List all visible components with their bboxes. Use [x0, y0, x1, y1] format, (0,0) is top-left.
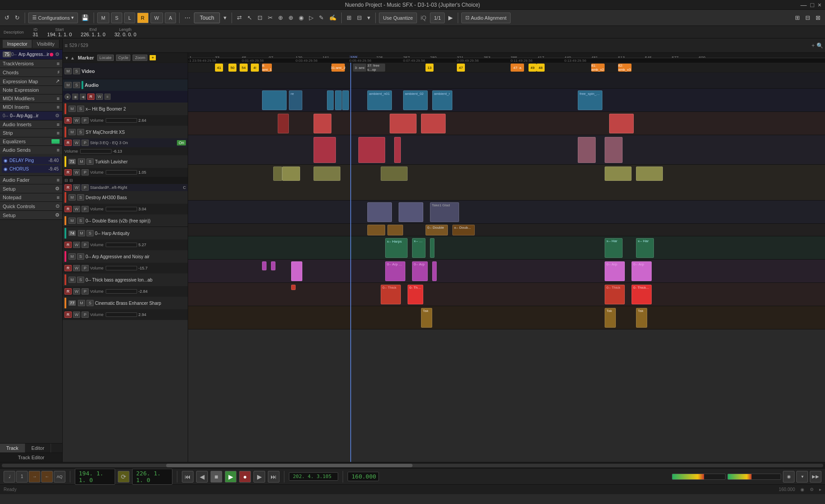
marker-clip-31[interactable]: 31:ami_2 [331, 64, 345, 72]
metronome-icon[interactable]: ♩ [4, 471, 15, 483]
arp-clip-1[interactable] [262, 261, 266, 270]
config-save-icon[interactable]: 💾 [80, 13, 90, 22]
hbb-s-btn[interactable]: S [77, 106, 84, 112]
sy-strip-on-btn[interactable]: On [177, 140, 186, 145]
audio-monitor-btn[interactable]: ◉ [72, 94, 78, 100]
expression-map-header[interactable]: Expression Map ↗ [0, 77, 62, 85]
mode-m-btn[interactable]: M [97, 13, 109, 23]
tl-w-btn[interactable]: W [73, 169, 80, 175]
audio-s-btn[interactable]: S [73, 82, 80, 88]
tl-clip-1[interactable] [273, 167, 282, 181]
play-tool-icon[interactable]: ▷ [307, 13, 315, 22]
add-track-btn[interactable]: + [812, 43, 815, 49]
sy-strip-w-btn[interactable]: W [73, 140, 80, 146]
marker-add-icon[interactable]: + [150, 55, 155, 60]
arp-clip-0-arp[interactable]: 0-- Arp [412, 261, 428, 281]
sy-m-btn[interactable]: M [69, 129, 76, 135]
audio-w-btn[interactable]: W [96, 94, 103, 100]
loop-end-display[interactable]: 226. 1. 1. 0 [132, 469, 172, 485]
tools-icon[interactable]: ⇄ [235, 13, 244, 22]
cb-w-btn[interactable]: W [73, 312, 80, 318]
da-take1[interactable]: Take1 Glad [430, 202, 459, 222]
cb-m-btn[interactable]: M [78, 300, 85, 306]
db-m-btn[interactable]: M [69, 218, 76, 224]
hbb-p-btn[interactable]: P [82, 117, 89, 124]
sy-clip-4[interactable] [578, 137, 596, 163]
select-tool-icon[interactable]: ↖ [245, 13, 254, 22]
midi-modifiers-header[interactable]: MIDI Modifiers ≡ [0, 94, 62, 103]
tb-s-btn[interactable]: S [77, 277, 84, 283]
db-s-btn[interactable]: S [77, 218, 84, 224]
configurations-btn[interactable]: ☰ Configurations ▾ [28, 13, 78, 23]
marker-clip-8[interactable]: 8: ami_1 [262, 64, 272, 72]
marker-clip-81[interactable]: 81: amb_v2 [591, 64, 605, 72]
db-clip-x-double[interactable]: x-- Doub... [452, 225, 475, 235]
track-versions-header[interactable]: TrackVersions ≡ [0, 60, 62, 68]
layout-1-icon[interactable]: ⊞ [793, 13, 802, 22]
punch-out-icon[interactable]: ← [41, 471, 53, 483]
tl-p-btn[interactable]: P [82, 169, 89, 175]
hbb-m-btn[interactable]: M [69, 106, 76, 112]
arp-m-btn[interactable]: M [69, 253, 76, 260]
tb-clip-0-thick1[interactable]: 0-- Thick [381, 285, 401, 304]
marker-zoom-btn[interactable]: Zoom [133, 55, 147, 61]
count-in-icon[interactable]: 1 [16, 471, 28, 483]
marker-clip-49[interactable]: 49 [529, 64, 537, 72]
punch-in-icon[interactable]: → [29, 471, 40, 483]
audio-clip-amb1[interactable] [327, 90, 334, 110]
marker-clip-48[interactable]: 48 [537, 64, 545, 72]
ha-r-btn[interactable]: R [64, 242, 72, 248]
tab-inspector[interactable]: Inspector [3, 40, 32, 48]
tl-vol-fader[interactable] [106, 170, 137, 175]
tl-r-btn[interactable]: R [64, 169, 72, 175]
rewind-btn[interactable]: ⏮ [182, 471, 193, 483]
da-p-btn[interactable]: P [82, 206, 89, 212]
range-tool-icon[interactable]: ⊡ [256, 13, 264, 22]
instrument-settings-icon[interactable]: ⚙ [55, 113, 60, 119]
cb-clip-tak2[interactable]: Tak [605, 308, 616, 328]
hbb-clip-3[interactable] [390, 114, 417, 133]
da-clip-1[interactable] [367, 202, 392, 222]
ha-vol-fader[interactable] [106, 243, 137, 247]
arp-clip-0-arp-a[interactable]: 0-- Arp A... [385, 261, 405, 281]
ha-clip-har1[interactable]: x-- Har [605, 238, 623, 258]
mode-r-btn[interactable]: R [137, 13, 149, 23]
da-r-btn[interactable]: R [64, 206, 72, 212]
hbb-clip-1[interactable] [278, 114, 289, 133]
audio-sends-header[interactable]: Audio Sends ≡ [0, 146, 62, 154]
snap-icon[interactable]: ⊞ [345, 13, 353, 22]
end-btn[interactable]: ⏭ [268, 471, 279, 483]
ha-clip-w[interactable] [430, 238, 434, 258]
da-s-btn[interactable]: S [77, 194, 84, 201]
note-expression-header[interactable]: Note Expression [0, 86, 62, 94]
quantize-arrow-icon[interactable]: ▶ [447, 13, 455, 22]
db-clip-0-double[interactable]: 0-- Double [425, 225, 448, 235]
marker-expand-icon[interactable]: ▼ [64, 56, 69, 60]
status-icon-2[interactable]: ⚙ [810, 487, 814, 492]
tb-clip-1[interactable] [291, 285, 296, 290]
track-settings-icon[interactable]: ⚙ [55, 51, 60, 57]
equalizers-header[interactable]: Equalizers [0, 137, 62, 145]
maximize-btn[interactable]: □ [810, 1, 814, 9]
mode-w-btn[interactable]: W [150, 13, 163, 23]
sy-clip-1[interactable] [314, 137, 336, 163]
ha-s-btn[interactable]: S [86, 230, 94, 236]
layout-2-icon[interactable]: ⊟ [804, 13, 812, 22]
audio-clip-re[interactable]: re [289, 90, 302, 110]
chords-header[interactable]: Chords ♯ [0, 68, 62, 77]
cb-s-btn[interactable]: S [86, 300, 94, 306]
split-tool-icon[interactable]: ✂ [266, 13, 275, 22]
arp-vol-fader[interactable] [106, 266, 137, 270]
marker-locate-btn[interactable]: Locate [97, 55, 114, 61]
audio-clip-amb3[interactable] [342, 90, 349, 110]
marker-clip-34[interactable]: 3: ami [353, 64, 366, 72]
window-controls[interactable]: — □ × [800, 1, 821, 9]
setup-header-1[interactable]: Setup ⚙ [0, 184, 62, 193]
sy-strip-p-btn[interactable]: P [82, 140, 89, 146]
hbb-clip-2[interactable] [314, 114, 331, 133]
status-icon-3[interactable]: ▸ [819, 487, 821, 492]
setup-header-2[interactable]: Setup ⚙ [0, 211, 62, 219]
tl-strip-p-btn[interactable]: P [82, 184, 89, 191]
arp-clip-930[interactable]: 0-- Arp [605, 261, 625, 281]
audio-clip-free-spin[interactable]: free_spin_m... [578, 90, 602, 110]
